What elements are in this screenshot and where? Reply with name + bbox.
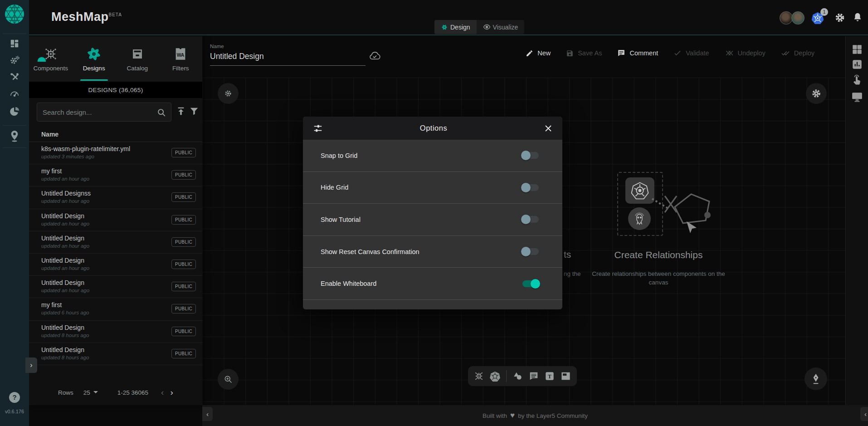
dock-comment-icon[interactable]	[529, 371, 539, 381]
lifecycle-gears-icon[interactable]	[9, 55, 20, 66]
prev-page-button[interactable]: ‹	[161, 387, 164, 397]
tab-catalog[interactable]: Catalog	[116, 36, 159, 82]
tab-visualize[interactable]: Visualize	[477, 20, 525, 34]
context-count-badge: 1	[820, 8, 828, 16]
design-list: k8s-wasm-plugin-ratelimiter.ymlupdated 3…	[29, 142, 202, 365]
heart-icon: ♥	[510, 411, 515, 420]
dock-component-icon[interactable]	[474, 371, 484, 381]
page-range-label: 1-25 36065	[117, 389, 148, 396]
option-toggle[interactable]	[522, 248, 539, 255]
filter-funnel-icon[interactable]	[189, 106, 199, 116]
visibility-badge: PUBLIC	[171, 192, 196, 202]
deploy-button[interactable]: Deploy	[781, 49, 814, 57]
tab-designs[interactable]: Designs	[73, 36, 116, 82]
pen-tool-button[interactable]	[805, 367, 827, 390]
help-icon[interactable]: ?	[9, 392, 20, 403]
option-toggle[interactable]	[522, 280, 539, 287]
button-label: Deploy	[794, 49, 814, 57]
search-placeholder: Search design...	[43, 108, 92, 116]
zoom-button[interactable]	[218, 369, 239, 390]
design-name-input[interactable]: Untitled Design	[210, 52, 366, 66]
dock-shapes-icon[interactable]	[512, 371, 523, 381]
next-page-button[interactable]: ›	[170, 387, 173, 397]
search-row: Search design...	[29, 98, 202, 125]
dock-kubernetes-icon[interactable]	[490, 371, 500, 382]
design-row[interactable]: k8s-wasm-plugin-ratelimiter.ymlupdated 3…	[29, 142, 202, 164]
option-toggle[interactable]	[522, 184, 539, 191]
button-label: Validate	[686, 49, 709, 57]
design-row[interactable]: Untitled Designssupdated an hour agoPUBL…	[29, 186, 202, 209]
panel-tabs: Components Designs Catalog WA Filters	[29, 36, 202, 82]
notification-bell-icon[interactable]	[853, 12, 863, 23]
option-row: Show Reset Canvas Confirmation	[303, 236, 562, 268]
dock-media-icon[interactable]	[561, 372, 571, 381]
design-row[interactable]: Untitled Designupdated 8 hours agoPUBLIC	[29, 343, 202, 365]
save-as-button[interactable]: Save As	[566, 49, 602, 57]
design-row[interactable]: Untitled Designupdated 8 hours agoPUBLIC	[29, 321, 202, 343]
performance-gauge-icon[interactable]	[9, 89, 20, 99]
option-toggle[interactable]	[522, 216, 539, 223]
tab-filters[interactable]: WA Filters	[159, 36, 203, 82]
settings-gear-icon[interactable]	[834, 12, 845, 23]
design-row[interactable]: my firstupdated an hour agoPUBLIC	[29, 164, 202, 186]
search-icon	[156, 108, 166, 118]
design-name: Untitled Design	[41, 212, 168, 220]
svg-text:T: T	[548, 373, 551, 380]
search-input[interactable]: Search design...	[37, 103, 171, 122]
meshmap-pin-icon[interactable]	[10, 130, 20, 142]
canvas-quick-gear-button[interactable]	[218, 83, 239, 104]
tab-design[interactable]: Design	[434, 20, 477, 34]
meshmap-app: ? v0.6.176 MeshMapBETA Design Visualize …	[0, 0, 868, 426]
pagination: Rows 25 1-25 36065 ‹ ›	[29, 383, 202, 402]
option-row: Snap to Grid	[303, 140, 562, 172]
design-row[interactable]: my firstupdated 6 hours agoPUBLIC	[29, 298, 202, 320]
dock-text-icon[interactable]: T	[545, 371, 555, 381]
design-row[interactable]: Untitled Designupdated an hour agoPUBLIC	[29, 254, 202, 276]
column-header-name[interactable]: Name	[29, 125, 202, 142]
gear-icon	[224, 89, 232, 98]
layer5-logo-icon[interactable]	[5, 4, 24, 24]
divider	[3, 34, 26, 34]
footer-collapse-right-button[interactable]: ‹	[860, 407, 868, 421]
option-toggle[interactable]	[522, 152, 539, 159]
hidden-tutorial-title-fragment: ts	[564, 249, 571, 260]
rows-per-page-value: 25	[83, 389, 90, 396]
design-name-label: Name	[210, 44, 224, 49]
design-name: my first	[41, 167, 168, 175]
tab-components[interactable]: Components	[29, 36, 73, 82]
design-row[interactable]: Untitled Designupdated an hour agoPUBLIC	[29, 209, 202, 231]
design-row[interactable]: Untitled Designupdated an hour agoPUBLIC	[29, 231, 202, 254]
configuration-tools-icon[interactable]	[10, 72, 20, 82]
validate-button[interactable]: Validate	[673, 49, 709, 57]
canvas-toolbar: New Save As Comment Validate Undeploy De…	[526, 49, 814, 57]
footer-collapse-left-button[interactable]: ‹	[202, 407, 213, 421]
eye-icon	[483, 23, 491, 31]
tab-label: Filters	[172, 65, 189, 72]
footer-text: Built with	[483, 412, 507, 419]
visibility-badge: PUBLIC	[171, 282, 196, 291]
extensions-pie-icon[interactable]	[9, 106, 20, 117]
comment-button[interactable]: Comment	[617, 49, 658, 57]
rows-per-page-select[interactable]: 25	[83, 389, 98, 396]
rail-expand-button[interactable]: ›	[25, 357, 37, 373]
touch-gesture-icon[interactable]	[852, 74, 863, 86]
analytics-chart-icon[interactable]	[851, 59, 863, 70]
display-monitor-icon[interactable]	[851, 92, 863, 103]
button-label: Comment	[629, 49, 658, 57]
undeploy-button[interactable]: Undeploy	[725, 49, 766, 57]
widgets-grid-icon[interactable]	[851, 44, 863, 55]
upload-design-icon[interactable]	[176, 106, 186, 116]
visibility-badge: PUBLIC	[171, 148, 196, 157]
collaborator-avatar[interactable]	[780, 11, 793, 24]
new-button[interactable]: New	[526, 49, 551, 57]
dashboard-icon[interactable]	[10, 39, 20, 49]
close-icon[interactable]	[544, 124, 552, 132]
design-name: k8s-wasm-plugin-ratelimiter.yml	[41, 145, 168, 152]
pencil-icon	[526, 49, 533, 57]
canvas-settings-button[interactable]	[806, 83, 827, 104]
design-name: my first	[41, 301, 168, 308]
button-label: Undeploy	[738, 49, 766, 57]
design-spiral-icon	[441, 24, 448, 31]
design-row[interactable]: Untitled Designupdated an hour agoPUBLIC	[29, 276, 202, 298]
collaborator-avatar[interactable]	[791, 11, 805, 24]
